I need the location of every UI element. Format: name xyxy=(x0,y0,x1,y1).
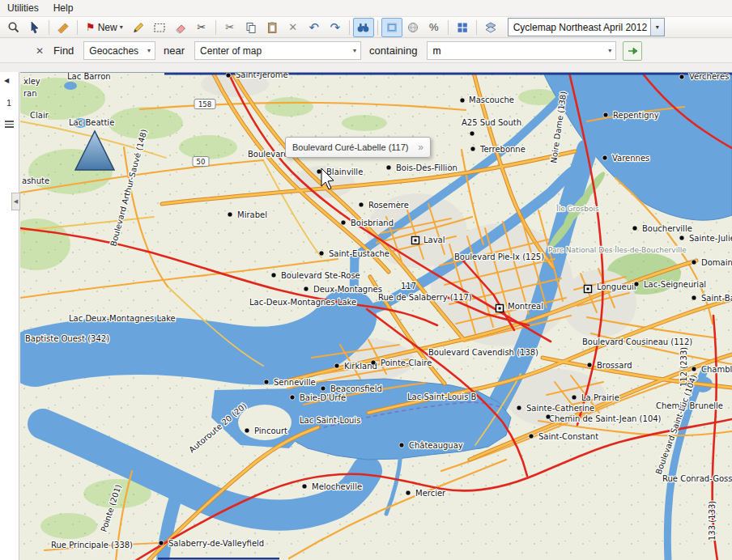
map-label: Parc National Des Îles-de-Boucherville xyxy=(548,245,687,254)
waypoint-dot[interactable] xyxy=(341,220,346,225)
waypoint-dot[interactable] xyxy=(159,541,164,545)
map-label: Chambly xyxy=(701,365,732,374)
toggle-map-detail-button[interactable] xyxy=(402,18,423,37)
redo-button[interactable]: ↷ xyxy=(325,18,346,37)
paste-button[interactable] xyxy=(262,18,283,37)
waypoint-dot[interactable] xyxy=(319,251,324,256)
tooltip-chevron-icon[interactable]: » xyxy=(418,142,423,153)
map-product-select[interactable]: Cyclemap Northeast April 2012 ▾ xyxy=(508,18,665,36)
tooltip-text: Boulevard Curé-Labelle (117) xyxy=(292,142,409,152)
find-go-button[interactable] xyxy=(623,41,642,61)
waypoint-dot[interactable] xyxy=(226,73,231,78)
panel-scroll-left-icon[interactable]: ◀ xyxy=(4,77,9,84)
map-transparency-button[interactable]: % xyxy=(423,18,445,37)
waypoint-dot[interactable] xyxy=(632,226,637,231)
waypoint-dot[interactable] xyxy=(334,363,339,368)
selection-marquee-button[interactable] xyxy=(149,18,170,37)
waypoint-dot[interactable] xyxy=(302,484,307,489)
waypoint-dot[interactable] xyxy=(587,363,592,367)
waypoint-dot[interactable] xyxy=(602,155,607,160)
waypoint-dot[interactable] xyxy=(386,165,391,170)
grid-view-button[interactable] xyxy=(452,18,473,37)
map-label: 117 xyxy=(401,282,416,291)
toolbar-separator xyxy=(476,20,477,35)
find-tool-button[interactable] xyxy=(353,18,374,37)
waypoint-dot[interactable] xyxy=(692,295,696,300)
map-label: Clair xyxy=(30,111,49,120)
waypoint-dot[interactable] xyxy=(470,146,475,151)
waypoint-dot[interactable] xyxy=(317,169,321,174)
waypoint-dot[interactable] xyxy=(517,405,521,410)
map-label: ran xyxy=(23,89,37,98)
find-category-select[interactable]: Geocaches ▾ xyxy=(83,41,155,60)
map-label: Boulevard Ste-Rose xyxy=(281,271,360,280)
waypoint-dot[interactable] xyxy=(406,490,411,495)
eraser-tool-button[interactable] xyxy=(170,18,191,37)
waypoint-dot[interactable] xyxy=(546,414,551,419)
map-label: Lac Saint-Louis B xyxy=(407,392,477,401)
map-label: Montreal xyxy=(508,302,543,311)
map-label: Bois-Des-Fillion xyxy=(396,163,458,172)
map-label: Rue Conrad-Goss xyxy=(662,474,732,483)
zoom-tool-button[interactable] xyxy=(3,18,24,37)
panel-collapse-handle[interactable]: ◀ xyxy=(11,193,20,210)
map-tooltip[interactable]: Boulevard Curé-Labelle (117) » xyxy=(285,137,431,158)
waypoint-dot[interactable] xyxy=(359,202,364,207)
find-containing-input[interactable] xyxy=(428,45,604,57)
find-near-value: Center of map xyxy=(195,45,266,57)
map-label: Île Grosbois xyxy=(555,204,599,213)
findbar-close-icon[interactable]: ✕ xyxy=(36,45,44,57)
copy-button[interactable] xyxy=(240,18,262,37)
waypoint-dot[interactable] xyxy=(692,367,696,371)
waypoint-dot[interactable] xyxy=(603,112,608,117)
grid-icon xyxy=(456,21,469,34)
map-label: Brossard xyxy=(597,361,632,370)
delete-button[interactable]: ✕ xyxy=(283,18,304,37)
globe-icon xyxy=(406,21,419,34)
waypoint-dot[interactable] xyxy=(264,380,269,384)
city-marker[interactable] xyxy=(412,237,419,244)
menu-utilities[interactable]: Utilities xyxy=(0,1,46,15)
map-label: Beaconsfield xyxy=(330,384,382,393)
cut-route-button[interactable]: ✂ xyxy=(191,18,212,37)
new-item-button[interactable]: ⚑ New ▾ xyxy=(81,18,128,37)
waypoint-dot[interactable] xyxy=(572,395,577,400)
delete-x-icon: ✕ xyxy=(288,21,297,33)
measure-tool-button[interactable] xyxy=(53,18,74,37)
waypoint-dot[interactable] xyxy=(321,386,326,391)
panel-list-icon[interactable] xyxy=(5,119,14,129)
waypoint-dot[interactable] xyxy=(304,286,309,291)
waypoint-dot[interactable] xyxy=(371,360,376,365)
waypoint-dot[interactable] xyxy=(399,443,404,448)
waypoint-dot[interactable] xyxy=(228,212,232,217)
waypoint-dot[interactable] xyxy=(470,131,475,136)
waypoint-dot[interactable] xyxy=(679,235,684,240)
city-marker[interactable] xyxy=(496,305,504,312)
waypoint-dot[interactable] xyxy=(460,98,465,103)
city-marker[interactable] xyxy=(585,286,592,293)
map-label: Laval xyxy=(423,235,445,244)
layers-button[interactable] xyxy=(480,18,501,37)
waypoint-dot[interactable] xyxy=(271,273,276,278)
marquee-icon xyxy=(153,21,166,34)
new-button-label: New xyxy=(98,22,117,33)
select-tool-button[interactable] xyxy=(24,18,45,37)
map-label: Lac-Seigneurial xyxy=(644,280,706,289)
select-map-product-button[interactable] xyxy=(381,18,402,37)
map-label: Lac Saint-Louis xyxy=(300,416,360,425)
waypoint-dot[interactable] xyxy=(529,434,534,439)
cut-button[interactable]: ✂ xyxy=(219,18,240,37)
waypoint-dot[interactable] xyxy=(290,395,295,400)
find-near-select[interactable]: Center of map ▾ xyxy=(194,41,361,60)
edit-waypoint-button[interactable] xyxy=(128,18,149,37)
route-scissors-icon: ✂ xyxy=(197,21,206,33)
waypoint-dot[interactable] xyxy=(634,282,639,286)
waypoint-dot[interactable] xyxy=(692,260,696,265)
map-tile-icon xyxy=(385,21,398,34)
map-label: Sainte-Catherine xyxy=(526,404,594,413)
waypoint-dot[interactable] xyxy=(679,74,684,79)
waypoint-dot[interactable] xyxy=(245,428,249,433)
undo-button[interactable]: ↶ xyxy=(304,18,325,37)
map-label: Saint-Eustache xyxy=(329,249,389,258)
menu-help[interactable]: Help xyxy=(46,1,81,15)
